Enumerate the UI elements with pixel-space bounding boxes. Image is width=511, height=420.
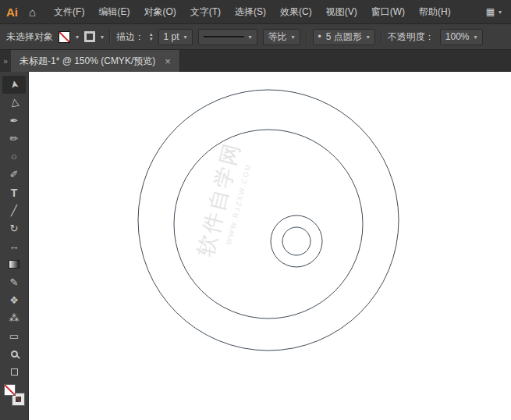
draw-mode-button[interactable] <box>2 363 26 381</box>
menu-item-view[interactable]: 视图(V) <box>319 0 364 24</box>
separator <box>381 30 382 44</box>
opacity-select[interactable]: 100% ▾ <box>440 29 483 45</box>
width-tool[interactable]: ↔ <box>2 237 26 255</box>
control-bar: 未选择对象 ▾ ▾ 描边： ▴ ▾ 1 pt ▾ ▾ 等比 ▾ • 5 点圆形 … <box>0 24 511 50</box>
rotate-icon: ↻ <box>10 223 19 233</box>
fill-chevron-down-icon[interactable]: ▾ <box>76 34 79 41</box>
opacity-value: 100% <box>445 31 470 42</box>
gradient-tool[interactable] <box>2 255 26 273</box>
concentric-circles-artwork <box>29 72 511 420</box>
blend-tool[interactable]: ❖ <box>2 291 26 309</box>
draw-normal-icon <box>11 368 18 376</box>
type-icon: T <box>11 187 18 198</box>
menu-item-effect[interactable]: 效果(C) <box>273 0 319 24</box>
pen-nib-icon: ✒ <box>10 116 19 126</box>
artboard-icon: ▭ <box>9 331 19 341</box>
menu-item-edit[interactable]: 编辑(E) <box>91 0 137 24</box>
chevron-down-icon: ▾ <box>499 9 502 16</box>
type-tool[interactable]: T <box>2 183 26 201</box>
stroke-weight-select[interactable]: 1 pt ▾ <box>158 29 193 45</box>
selection-arrow-icon: ➤ <box>9 80 20 90</box>
circle-outer[interactable] <box>138 90 399 351</box>
menu-item-file[interactable]: 文件(F) <box>47 0 91 24</box>
document-tab-bar: » 未标题-1* @ 150% (CMYK/预览) × <box>0 50 511 72</box>
menu-item-help[interactable]: 帮助(H) <box>412 0 458 24</box>
eyedropper-tool[interactable]: ✎ <box>2 273 26 291</box>
stroke-chevron-down-icon[interactable]: ▾ <box>101 34 104 41</box>
separator <box>109 30 111 44</box>
illustrator-window: Ai ⌂ 文件(F)编辑(E)对象(O)文字(T)选择(S)效果(C)视图(V)… <box>0 0 511 420</box>
tools-panel: ➤▷✒✏○✐T╱↻↔✎❖⁂▭ <box>0 72 29 420</box>
line-icon: ╱ <box>11 205 17 215</box>
main-area: ➤▷✒✏○✐T╱↻↔✎❖⁂▭ 软件自学网 WWW.RJZXW.COM <box>0 72 511 420</box>
workspace-grid-icon: ▦ <box>486 6 495 17</box>
width-profile-value: 等比 <box>268 30 287 44</box>
menu-items: 文件(F)编辑(E)对象(O)文字(T)选择(S)效果(C)视图(V)窗口(W)… <box>47 0 458 24</box>
stroke-style-select[interactable]: ▾ <box>198 29 257 45</box>
chevron-down-icon: ▾ <box>249 34 252 41</box>
circle-hub-outer[interactable] <box>271 215 322 267</box>
separator <box>306 30 307 44</box>
chevron-down-icon: ▾ <box>367 34 370 41</box>
line-segment-tool[interactable]: ╱ <box>2 201 26 219</box>
chevron-down-icon: ▾ <box>474 34 477 41</box>
brush-definition-select[interactable]: • 5 点圆形 ▾ <box>313 29 375 45</box>
menu-item-select[interactable]: 选择(S) <box>228 0 273 24</box>
rotate-tool[interactable]: ↻ <box>2 219 26 237</box>
symbol-sprayer-tool[interactable]: ⁂ <box>2 309 26 327</box>
panel-collapse-icon[interactable]: » <box>0 50 11 72</box>
pen-tool[interactable]: ✒ <box>2 112 26 130</box>
opacity-label: 不透明度： <box>388 30 435 44</box>
chevron-down-icon: ▾ <box>292 34 295 41</box>
symbol-sprayer-icon: ⁂ <box>9 313 20 323</box>
paintbrush-icon: ✐ <box>10 169 19 180</box>
stroke-color-swatch[interactable] <box>84 31 95 42</box>
stroke-weight-value: 1 pt <box>164 31 179 42</box>
width-arrows-icon: ↔ <box>9 241 20 251</box>
fill-none-swatch[interactable] <box>4 384 16 396</box>
stroke-style-preview <box>204 36 244 37</box>
gradient-icon <box>9 260 20 269</box>
circle-hub-inner[interactable] <box>282 227 311 255</box>
brush-name: 5 点圆形 <box>326 30 362 44</box>
illustrator-logo[interactable]: Ai <box>6 5 18 19</box>
ellipse-icon: ○ <box>11 151 17 162</box>
menu-item-object[interactable]: 对象(O) <box>137 0 183 24</box>
curvature-tool[interactable]: ✏ <box>2 130 26 148</box>
zoom-icon <box>11 351 18 358</box>
document-tab-title: 未标题-1* @ 150% (CMYK/预览) <box>20 55 155 68</box>
fill-stroke-indicator[interactable] <box>4 384 24 405</box>
paintbrush-tool[interactable]: ✐ <box>2 166 26 183</box>
home-icon[interactable]: ⌂ <box>29 5 36 19</box>
tab-close-icon[interactable]: × <box>165 55 171 67</box>
stroke-weight-label: 描边： <box>116 30 144 44</box>
chevron-down-icon: ▾ <box>184 34 187 41</box>
fill-color-swatch[interactable] <box>59 31 70 43</box>
eyedropper-icon: ✎ <box>10 277 19 287</box>
workspace-switcher[interactable]: ▦ ▾ <box>486 6 505 17</box>
blend-icon: ❖ <box>9 295 19 305</box>
width-profile-select[interactable]: 等比 ▾ <box>263 29 300 45</box>
document-tab[interactable]: 未标题-1* @ 150% (CMYK/预览) × <box>11 50 180 72</box>
brush-preview-dot: • <box>318 31 321 42</box>
stroke-weight-stepper[interactable]: ▴ ▾ <box>150 32 153 41</box>
stepper-down-icon[interactable]: ▾ <box>150 37 153 41</box>
artboard-tool[interactable]: ▭ <box>2 327 26 345</box>
ellipse-tool[interactable]: ○ <box>2 148 26 166</box>
menu-item-window[interactable]: 窗口(W) <box>364 0 412 24</box>
zoom-tool[interactable] <box>2 345 26 363</box>
direct-selection-arrow-icon: ▷ <box>9 98 20 107</box>
menu-bar: Ai ⌂ 文件(F)编辑(E)对象(O)文字(T)选择(S)效果(C)视图(V)… <box>0 0 511 24</box>
curvature-pen-icon: ✏ <box>10 133 19 144</box>
direct-selection-tool[interactable]: ▷ <box>2 94 26 112</box>
circle-middle[interactable] <box>174 130 363 319</box>
selection-status: 未选择对象 <box>6 30 53 44</box>
artboard-canvas[interactable]: 软件自学网 WWW.RJZXW.COM <box>29 72 511 420</box>
menu-item-type[interactable]: 文字(T) <box>183 0 228 24</box>
selection-tool[interactable]: ➤ <box>2 76 26 94</box>
